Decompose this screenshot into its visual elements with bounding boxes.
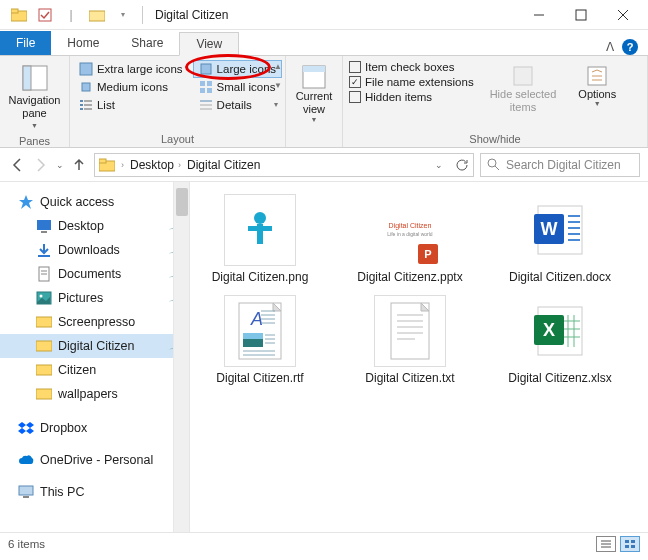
- layout-extra-large-icons[interactable]: Extra large icons: [73, 60, 189, 78]
- svg-rect-3: [89, 11, 105, 21]
- check-file-extensions[interactable]: File name extensions: [349, 75, 474, 89]
- svg-rect-14: [207, 81, 212, 86]
- hide-icon: [511, 64, 535, 88]
- layout-list[interactable]: List: [73, 96, 189, 114]
- nav-forward-icon: [32, 156, 50, 174]
- tree-scrollbar[interactable]: [173, 182, 189, 532]
- address-bar[interactable]: › Desktop› Digital Citizen ⌄: [94, 153, 474, 177]
- search-input[interactable]: Search Digital Citizen: [480, 153, 640, 177]
- svg-text:P: P: [424, 248, 431, 260]
- ribbon: Navigation pane ▼ Panes Extra large icon…: [0, 56, 648, 148]
- tab-home[interactable]: Home: [51, 31, 115, 55]
- layout-large-icons[interactable]: Large icons: [193, 60, 282, 78]
- tree-dropbox[interactable]: Dropbox: [0, 416, 189, 440]
- breadcrumb-digital-citizen[interactable]: Digital Citizen: [187, 158, 260, 172]
- tab-view[interactable]: View: [179, 32, 239, 56]
- view-details-toggle[interactable]: [596, 536, 616, 552]
- docx-thumbnail: W: [524, 194, 596, 266]
- layout-scroll-down[interactable]: ▼: [274, 81, 282, 90]
- svg-rect-18: [84, 100, 92, 102]
- file-item[interactable]: A Digital Citizen.rtf: [200, 295, 320, 386]
- file-item[interactable]: Digital Citizen.txt: [350, 295, 470, 386]
- tab-file[interactable]: File: [0, 31, 51, 55]
- tree-desktop[interactable]: Desktop📌: [0, 214, 189, 238]
- svg-marker-34: [19, 195, 33, 209]
- collapse-ribbon-icon[interactable]: ᐱ: [606, 40, 614, 54]
- navigation-tree: Quick access Desktop📌 Downloads📌 Documen…: [0, 182, 190, 532]
- folder-icon[interactable]: [8, 4, 30, 26]
- tab-share[interactable]: Share: [115, 31, 179, 55]
- options-icon: [585, 64, 609, 88]
- nav-back-icon[interactable]: [8, 156, 26, 174]
- tree-digital-citizen[interactable]: Digital Citizen📌: [0, 334, 189, 358]
- svg-rect-21: [80, 108, 83, 110]
- tree-documents[interactable]: Documents📌: [0, 262, 189, 286]
- tree-downloads[interactable]: Downloads📌: [0, 238, 189, 262]
- tree-this-pc[interactable]: This PC: [0, 480, 189, 504]
- svg-line-33: [495, 166, 499, 170]
- navigation-pane-button[interactable]: Navigation pane ▼: [5, 60, 65, 133]
- file-item[interactable]: Digital Citizen.png: [200, 194, 320, 285]
- breadcrumb-desktop[interactable]: Desktop›: [130, 158, 181, 172]
- svg-rect-11: [201, 64, 211, 74]
- qat-dropdown-icon[interactable]: ▾: [112, 4, 134, 26]
- check-hidden-items[interactable]: Hidden items: [349, 90, 474, 104]
- refresh-icon[interactable]: [455, 158, 469, 172]
- layout-medium-icons[interactable]: Medium icons: [73, 78, 189, 96]
- folder-small-icon[interactable]: [86, 4, 108, 26]
- window-title: Digital Citizen: [155, 8, 228, 22]
- layout-scroll-up[interactable]: ▲: [274, 62, 282, 71]
- svg-rect-19: [80, 104, 83, 106]
- svg-text:W: W: [541, 219, 558, 239]
- options-button[interactable]: Options ▼: [572, 60, 622, 111]
- nav-recent-icon[interactable]: ⌄: [56, 160, 64, 170]
- svg-rect-16: [207, 88, 212, 93]
- maximize-button[interactable]: [572, 6, 590, 24]
- panes-group-label: Panes: [19, 133, 50, 147]
- svg-rect-47: [19, 486, 33, 495]
- search-icon: [487, 158, 500, 171]
- file-item[interactable]: W Digital Citizen.docx: [500, 194, 620, 285]
- layout-details[interactable]: Details: [193, 96, 282, 114]
- tree-citizen[interactable]: Citizen: [0, 358, 189, 382]
- view-icons-toggle[interactable]: [620, 536, 640, 552]
- png-thumbnail: [224, 194, 296, 266]
- nav-up-icon[interactable]: [70, 156, 88, 174]
- tree-pictures[interactable]: Pictures📌: [0, 286, 189, 310]
- tree-wallpapers[interactable]: wallpapers: [0, 382, 189, 406]
- tree-screenpresso[interactable]: Screenpresso: [0, 310, 189, 334]
- svg-rect-43: [36, 317, 52, 327]
- svg-rect-20: [84, 104, 92, 106]
- svg-rect-12: [82, 83, 90, 91]
- check-item-boxes[interactable]: Item check boxes: [349, 60, 474, 74]
- svg-point-32: [488, 159, 496, 167]
- ribbon-tabs: File Home Share View ᐱ ?: [0, 30, 648, 56]
- file-item[interactable]: Digital CitizenLife in a digital world P…: [350, 194, 470, 285]
- item-count: 6 items: [8, 538, 45, 550]
- tree-quick-access[interactable]: Quick access: [0, 190, 189, 214]
- address-bar-row: ⌄ › Desktop› Digital Citizen ⌄ Search Di…: [0, 148, 648, 182]
- svg-rect-17: [80, 100, 83, 102]
- title-bar: | ▾ Digital Citizen: [0, 0, 648, 30]
- txt-thumbnail: [374, 295, 446, 367]
- layout-small-icons[interactable]: Small icons: [193, 78, 282, 96]
- file-item[interactable]: X Digital Citizenz.xlsx: [500, 295, 620, 386]
- files-pane[interactable]: Digital Citizen.png Digital CitizenLife …: [190, 182, 648, 532]
- address-dropdown-icon[interactable]: ⌄: [435, 160, 443, 170]
- svg-rect-2: [39, 9, 51, 21]
- tree-onedrive[interactable]: OneDrive - Personal: [0, 448, 189, 472]
- separator: [142, 6, 143, 24]
- svg-rect-94: [625, 540, 629, 543]
- minimize-button[interactable]: [530, 6, 548, 24]
- svg-rect-28: [514, 67, 532, 85]
- status-bar: 6 items: [0, 532, 648, 554]
- svg-rect-1: [11, 9, 18, 13]
- help-icon[interactable]: ?: [622, 39, 638, 55]
- quick-access-toolbar: | ▾: [8, 4, 147, 26]
- current-view-button[interactable]: Current view ▼: [292, 60, 337, 127]
- layout-expand[interactable]: ▾: [274, 100, 282, 109]
- properties-qat-icon[interactable]: [34, 4, 56, 26]
- close-button[interactable]: [614, 6, 632, 24]
- layout-group-label: Layout: [161, 131, 194, 145]
- svg-rect-96: [625, 545, 629, 548]
